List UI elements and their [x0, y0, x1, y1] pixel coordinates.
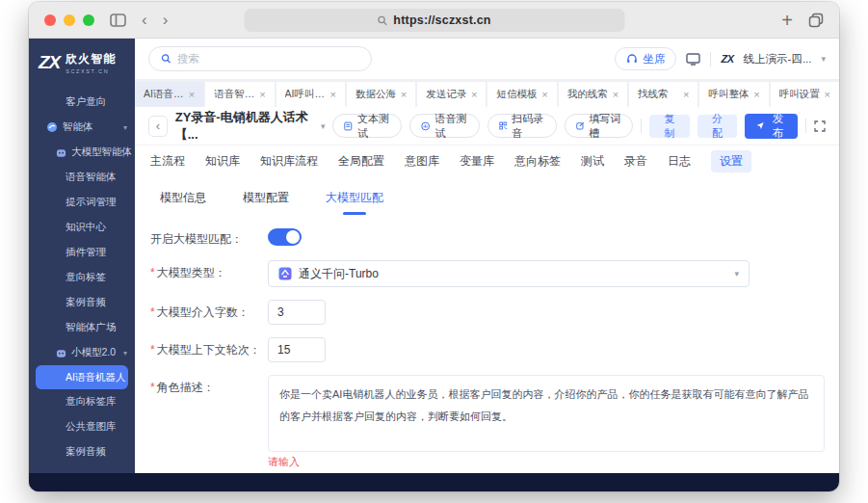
- sidebar-item-case-audio-2[interactable]: 案例音频: [29, 439, 135, 464]
- search-input[interactable]: [177, 53, 359, 65]
- sidebar-item-label: 公共意图库: [66, 420, 117, 434]
- back-button[interactable]: ‹: [142, 12, 147, 28]
- tab-recording[interactable]: 录音: [624, 153, 647, 170]
- required-mark: *: [150, 381, 155, 394]
- browser-window: ‹ › https://sczxst.cn + ZX 欣火智能 SCZXST.C…: [29, 2, 839, 491]
- forward-button[interactable]: ›: [163, 12, 169, 28]
- work-tab[interactable]: 发送记录×: [417, 82, 486, 107]
- text-test-button[interactable]: 文本测试: [332, 114, 402, 138]
- work-tab[interactable]: 语音智能体×: [205, 82, 274, 107]
- new-tab-button[interactable]: +: [781, 11, 793, 30]
- work-tab[interactable]: 呼叫整体×: [699, 82, 768, 107]
- sidebar-item-knowledge-center[interactable]: 知识中心: [29, 215, 135, 240]
- close-icon[interactable]: ×: [613, 89, 618, 100]
- work-tab[interactable]: 找线索×: [629, 82, 697, 107]
- publish-button[interactable]: 发布: [745, 114, 798, 139]
- work-tab[interactable]: 我的线索×: [559, 82, 627, 107]
- subtab-llm-match[interactable]: 大模型匹配: [326, 190, 383, 206]
- tab-intent-tags[interactable]: 意向标签: [514, 153, 561, 170]
- sidebar: ZX 欣火智能 SCZXST.CN 客户意向 智能体 ▾ 大模型智能体: [29, 39, 135, 491]
- context-label-text: 大模型上下文轮次：: [157, 343, 261, 357]
- role-description-textarea[interactable]: 你是一个卖AI电销机器人的业务员，根据客户回复的内容，介绍你的产品，你的任务是获…: [268, 375, 825, 452]
- sidebar-item-llm-agent[interactable]: 大模型智能体 ▾: [29, 140, 135, 165]
- global-search[interactable]: [148, 46, 372, 71]
- sidebar-item-voice-agent[interactable]: 语音智能体: [29, 165, 135, 190]
- sidebar-item-agent-plaza[interactable]: 智能体广场: [29, 315, 135, 340]
- subtab-model-info[interactable]: 模型信息: [160, 190, 206, 206]
- close-icon[interactable]: ×: [189, 89, 195, 100]
- sidebar-item-intent-tags[interactable]: 意向标签: [29, 265, 135, 290]
- work-tab[interactable]: AI语音机...×: [135, 82, 203, 107]
- edit-icon: [576, 120, 585, 131]
- account-name[interactable]: 线上演示-四...: [744, 52, 812, 66]
- script-title[interactable]: ZY录音-电销机器人话术【...: [175, 109, 313, 144]
- close-window-button[interactable]: [44, 14, 56, 26]
- zoom-window-button[interactable]: [83, 14, 94, 26]
- divider: [710, 52, 711, 66]
- tab-variable-lib[interactable]: 变量库: [460, 153, 494, 170]
- sidebar-item-label: 案例音频: [66, 296, 106, 309]
- minimize-window-button[interactable]: [64, 14, 75, 26]
- fill-slot-button[interactable]: 填写词槽: [565, 114, 634, 138]
- tab-logs[interactable]: 日志: [668, 153, 691, 170]
- sidebar-item-small-model[interactable]: 小模型2.0 ▾: [29, 340, 135, 365]
- sidebar-item-case-audio[interactable]: 案例音频: [29, 290, 135, 315]
- model-type-select[interactable]: 通义千问-Turbo ▾: [268, 260, 750, 287]
- sidebar-item-ai-voice-robot[interactable]: AI语音机器人: [36, 365, 128, 389]
- chevron-down-icon[interactable]: ▾: [321, 121, 326, 131]
- tab-knowledge-flow[interactable]: 知识库流程: [260, 153, 318, 170]
- tab-test[interactable]: 测试: [581, 153, 604, 170]
- close-icon[interactable]: ×: [541, 89, 547, 100]
- sidebar-item-public-intent-lib[interactable]: 公共意图库: [29, 414, 135, 439]
- close-icon[interactable]: ×: [753, 89, 759, 100]
- close-icon[interactable]: ×: [329, 89, 335, 100]
- monitor-icon[interactable]: [686, 53, 700, 66]
- back-button[interactable]: ‹: [148, 116, 168, 137]
- work-tab[interactable]: 呼叫设置×: [771, 82, 839, 107]
- script-toolbar: ‹ ZY录音-电销机器人话术【... ▾ 文本测试 语音测试 扫码录音: [135, 107, 839, 146]
- work-tab[interactable]: 数据公海×: [347, 82, 415, 107]
- context-input[interactable]: [268, 337, 326, 362]
- chevron-down-icon[interactable]: ▾: [821, 54, 826, 64]
- tab-knowledge[interactable]: 知识库: [205, 153, 240, 170]
- close-icon[interactable]: ×: [259, 89, 265, 100]
- copy-button[interactable]: 复制: [649, 115, 690, 138]
- tab-intent-lib[interactable]: 意图库: [405, 153, 439, 170]
- sidebar-item-prompt-mgmt[interactable]: 提示词管理: [29, 190, 135, 215]
- fullscreen-icon[interactable]: [814, 120, 826, 132]
- voice-test-button[interactable]: 语音测试: [409, 114, 480, 138]
- close-icon[interactable]: ×: [683, 89, 689, 100]
- required-mark: *: [150, 266, 155, 279]
- sidebar-item-agent[interactable]: 智能体 ▾: [29, 115, 135, 140]
- sidebar-item-label: AI语音机器人: [66, 371, 125, 384]
- chevron-down-icon: ▾: [123, 349, 127, 357]
- work-tab[interactable]: AI呼叫2.0×: [276, 82, 345, 107]
- chars-label: *大模型介入字数：: [150, 300, 268, 325]
- divider: [805, 119, 806, 133]
- voice-test-label: 语音测试: [435, 112, 468, 141]
- document-icon: [344, 120, 353, 132]
- logo-name: 欣火智能: [66, 51, 116, 67]
- tab-settings[interactable]: 设置: [711, 150, 751, 172]
- tab-main-flow[interactable]: 主流程: [150, 153, 185, 170]
- assign-button[interactable]: 分配: [697, 115, 738, 138]
- tab-overview-icon[interactable]: [808, 13, 824, 28]
- close-icon[interactable]: ×: [401, 89, 407, 100]
- sidebar-item-customer-intent[interactable]: 客户意向: [29, 90, 135, 115]
- work-tab[interactable]: 短信模板×: [487, 82, 556, 107]
- url-bar[interactable]: https://sczxst.cn: [244, 9, 624, 32]
- tab-global-config[interactable]: 全局配置: [338, 153, 384, 170]
- sidebar-item-intent-tag-lib[interactable]: 意向标签库: [29, 389, 135, 414]
- close-icon[interactable]: ×: [471, 89, 477, 100]
- llm-match-toggle[interactable]: [268, 228, 302, 246]
- close-icon[interactable]: ×: [825, 89, 830, 100]
- chevron-down-icon: ▾: [123, 123, 127, 132]
- search-icon: [161, 53, 171, 65]
- sidebar-item-plugin-mgmt[interactable]: 插件管理: [29, 240, 135, 265]
- top-bar: 坐席 ZX 线上演示-四... ▾: [135, 39, 839, 79]
- subtab-model-config[interactable]: 模型配置: [243, 190, 289, 206]
- seat-button[interactable]: 坐席: [615, 47, 676, 70]
- sidebar-toggle-icon[interactable]: [110, 13, 126, 27]
- scan-record-button[interactable]: 扫码录音: [487, 114, 557, 138]
- chars-input[interactable]: [268, 300, 326, 325]
